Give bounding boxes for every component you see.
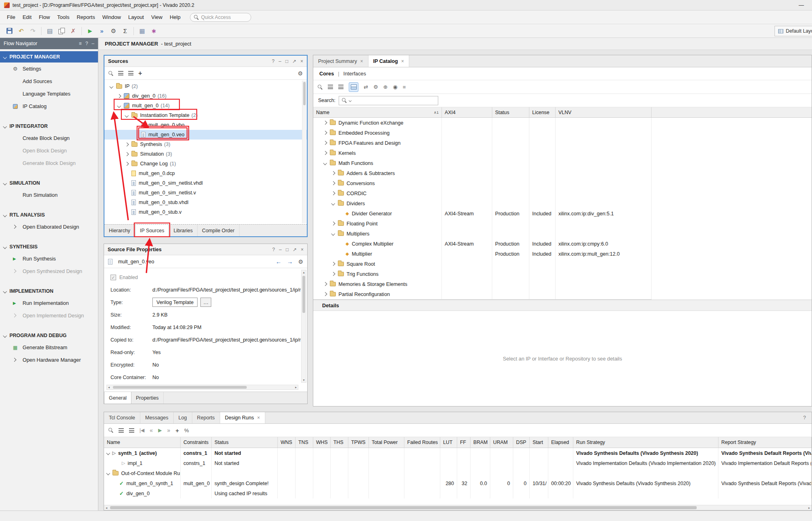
expander-icon[interactable] <box>323 282 327 286</box>
tab-tcl-console[interactable]: Tcl Console <box>104 412 140 423</box>
redo-button[interactable]: ↷ <box>27 26 38 36</box>
close-icon[interactable]: × <box>301 247 304 252</box>
scrollbar-thumb[interactable] <box>110 506 697 509</box>
column-constraints[interactable]: Constraints <box>181 437 212 448</box>
restore-defaults-icon[interactable]: ⇄ <box>364 84 368 90</box>
run-button[interactable]: ▶ <box>85 26 96 36</box>
catalog-row[interactable]: FPGA Features and Design <box>313 138 652 148</box>
collapse-all-icon[interactable] <box>328 85 333 89</box>
expander-icon[interactable] <box>331 202 335 205</box>
expander-icon[interactable] <box>331 232 335 235</box>
tree-row-synthesis[interactable]: Synthesis(3) <box>104 140 307 149</box>
scroll-left-icon[interactable]: ◂ <box>108 386 110 389</box>
float-icon[interactable]: □ <box>286 247 289 252</box>
scrollbar-thumb[interactable] <box>302 276 305 313</box>
catalog-row[interactable]: Dividers <box>313 198 652 208</box>
catalog-row[interactable]: Adders & Subtracters <box>313 168 652 178</box>
expander-icon[interactable] <box>323 121 327 125</box>
undo-button[interactable]: ↶ <box>16 26 27 36</box>
run-row-mult-gen-synth[interactable]: ✓mult_gen_0_synth_1 mult_gen_0 synth_des… <box>104 478 812 488</box>
column-dsp[interactable]: DSP <box>513 437 530 448</box>
tab-ip-catalog[interactable]: IP Catalog× <box>369 55 409 67</box>
add-icon[interactable]: + <box>175 427 179 434</box>
maximize-icon[interactable]: ↗ <box>292 58 296 64</box>
sidebar-item-run-implementation[interactable]: ▶Run Implementation <box>0 297 98 309</box>
column-wns[interactable]: WNS <box>278 437 296 448</box>
column-ths[interactable]: THS <box>331 437 348 448</box>
minimize-icon[interactable]: ‒ <box>279 58 281 64</box>
section-simulation[interactable]: SIMULATION <box>0 177 98 189</box>
column-status[interactable]: Status <box>212 437 278 448</box>
run-row-ooc-group[interactable]: Out-of-Context Module Runs <box>104 468 812 478</box>
sidebar-item-run-simulation[interactable]: Run Simulation <box>0 189 98 201</box>
column-axi4[interactable]: AXI4 <box>442 107 492 117</box>
tab-project-summary[interactable]: Project Summary× <box>313 55 369 67</box>
expander-icon[interactable] <box>331 222 335 225</box>
sidebar-item-ip-catalog[interactable]: IP Catalog <box>0 100 98 113</box>
interfaces-link[interactable]: Interfaces <box>344 71 366 77</box>
web-icon[interactable]: ◉ <box>393 84 397 90</box>
hierarchy-view-button[interactable] <box>349 82 358 92</box>
expander-icon[interactable] <box>331 171 335 175</box>
search-icon[interactable] <box>108 71 113 76</box>
save-button[interactable] <box>4 26 15 36</box>
tree-row-sim-netlist-vhdl[interactable]: mult_gen_0_sim_netlist.vhdl <box>104 178 307 188</box>
section-ip-integrator[interactable]: IP INTEGRATOR <box>0 121 98 132</box>
tree-row-dcp[interactable]: mult_gen_0.dcp <box>104 169 307 178</box>
catalog-row[interactable]: CORDIC <box>313 188 652 198</box>
menu-flow[interactable]: Flow <box>35 13 53 22</box>
tree-row-div-gen[interactable]: div_gen_0(16) <box>104 91 307 101</box>
scroll-right-icon[interactable]: ▸ <box>808 506 810 510</box>
settings-button[interactable]: ⚙ <box>108 26 119 36</box>
sidebar-item-settings[interactable]: ⚙Settings <box>0 63 98 75</box>
column-total-power[interactable]: Total Power <box>369 437 404 448</box>
tree-row-veo[interactable]: mult_gen_0.veo <box>104 130 307 140</box>
help-icon[interactable]: ? <box>272 247 275 252</box>
float-icon[interactable]: □ <box>285 58 288 64</box>
catalog-row-ip[interactable]: ◆Complex MultiplierAXI4-StreamProduction… <box>313 239 652 249</box>
run-row-impl-1[interactable]: ▷impl_1 constrs_1 Not started Vivado Imp… <box>104 458 812 468</box>
customize-icon[interactable]: ⚙ <box>373 84 378 90</box>
column-failed-routes[interactable]: Failed Routes <box>404 437 440 448</box>
sidebar-item-language-templates[interactable]: Language Templates <box>0 88 98 100</box>
scrollbar-thumb[interactable] <box>303 82 306 105</box>
close-icon[interactable]: × <box>401 58 404 64</box>
expander-icon[interactable] <box>323 292 327 296</box>
vertical-scrollbar[interactable]: ▴▾ <box>301 270 306 383</box>
expander-icon[interactable] <box>106 451 110 455</box>
grid-button[interactable]: ▦ <box>137 26 148 36</box>
vertical-scrollbar[interactable] <box>302 81 306 223</box>
tree-row-vho[interactable]: mult_gen_0.vho <box>104 120 307 130</box>
expander-icon[interactable] <box>323 141 327 145</box>
section-implementation[interactable]: IMPLEMENTATION <box>0 286 98 297</box>
tab-messages[interactable]: Messages <box>140 412 173 423</box>
sidebar-item-add-sources[interactable]: Add Sources <box>0 75 98 88</box>
menu-window[interactable]: Window <box>99 13 125 22</box>
column-elapsed[interactable]: Elapsed <box>548 437 573 448</box>
expander-icon[interactable] <box>331 272 335 276</box>
help-icon[interactable]: ? <box>797 412 812 423</box>
tree-row-instantiation-template[interactable]: Instantiation Template(2) <box>104 110 307 120</box>
tab-design-runs[interactable]: Design Runs× <box>220 412 265 423</box>
add-repository-icon[interactable]: ⊕ <box>383 84 388 90</box>
column-whs[interactable]: WHS <box>313 437 331 448</box>
column-lut[interactable]: LUT <box>440 437 457 448</box>
column-ff[interactable]: FF <box>457 437 471 448</box>
column-name[interactable]: Name <box>104 437 181 448</box>
column-run-strategy[interactable]: Run Strategy <box>573 437 718 448</box>
scrollbar-thumb[interactable] <box>113 386 247 389</box>
expander-icon[interactable] <box>331 192 335 195</box>
expander-icon[interactable] <box>125 152 129 156</box>
menu-layout[interactable]: Layout <box>125 13 148 22</box>
column-uram[interactable]: URAM <box>490 437 513 448</box>
column-license[interactable]: License <box>529 107 556 117</box>
report-button[interactable]: ▤ <box>44 26 55 36</box>
sidebar-item-open-elaborated-design[interactable]: Open Elaborated Design <box>0 221 98 233</box>
expander-icon[interactable] <box>331 181 335 185</box>
expander-icon[interactable] <box>125 113 129 117</box>
catalog-row[interactable]: Partial Reconfiguration <box>313 289 652 299</box>
step-back-icon[interactable]: « <box>150 427 153 433</box>
catalog-row[interactable]: Square Root <box>313 259 652 269</box>
expander-icon[interactable] <box>125 162 129 165</box>
catalog-row[interactable]: Memories & Storage Elements <box>313 279 652 289</box>
